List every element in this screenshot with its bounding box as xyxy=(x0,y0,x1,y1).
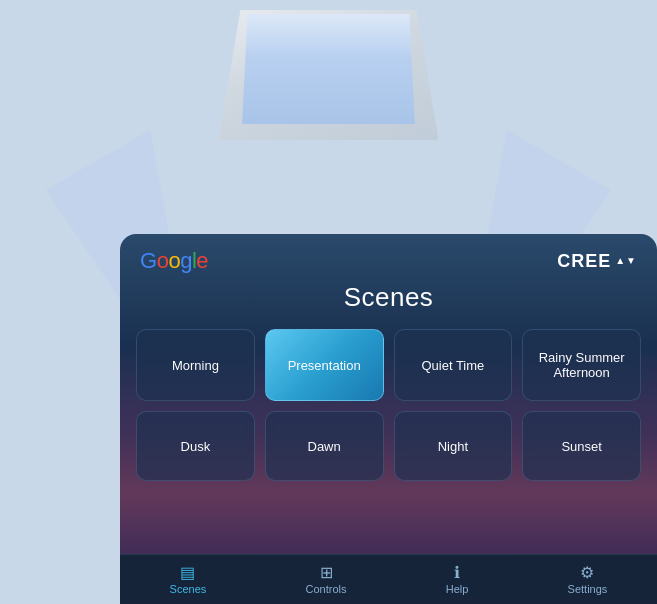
fixture-panel xyxy=(239,14,419,124)
nav-controls-label: Controls xyxy=(306,583,347,595)
scene-presentation[interactable]: Presentation xyxy=(265,329,384,401)
cree-label: CREE xyxy=(557,251,611,272)
nav-settings-label: Settings xyxy=(568,583,608,595)
scene-morning[interactable]: Morning xyxy=(136,329,255,401)
nav-settings[interactable]: ⚙ Settings xyxy=(568,565,608,595)
nav-controls[interactable]: ⊞ Controls xyxy=(306,565,347,595)
nav-scenes-label: Scenes xyxy=(170,583,207,595)
scene-quiet-time[interactable]: Quiet Time xyxy=(394,329,513,401)
scene-dawn[interactable]: Dawn xyxy=(265,411,384,481)
panel-header: Google CREE ▲▼ xyxy=(120,234,657,274)
nav-scenes[interactable]: ▤ Scenes xyxy=(170,565,207,595)
scenes-nav-icon: ▤ xyxy=(180,565,195,581)
scenes-grid: Morning Presentation Quiet Time Rainy Su… xyxy=(120,329,657,481)
main-panel: Google CREE ▲▼ Scenes Morning Presentati… xyxy=(120,234,657,604)
controls-nav-icon: ⊞ xyxy=(320,565,333,581)
bottom-nav: ▤ Scenes ⊞ Controls ℹ Help ⚙ Settings xyxy=(120,554,657,604)
scenes-title: Scenes xyxy=(120,274,657,329)
light-fixture xyxy=(169,0,489,220)
cree-logo: CREE ▲▼ xyxy=(557,251,637,272)
nav-help[interactable]: ℹ Help xyxy=(446,565,469,595)
scene-night[interactable]: Night xyxy=(394,411,513,481)
scene-sunset[interactable]: Sunset xyxy=(522,411,641,481)
scene-dusk[interactable]: Dusk xyxy=(136,411,255,481)
help-nav-icon: ℹ xyxy=(454,565,460,581)
cree-sort-icon: ▲▼ xyxy=(615,256,637,266)
nav-help-label: Help xyxy=(446,583,469,595)
scene-rainy-summer[interactable]: Rainy Summer Afternoon xyxy=(522,329,641,401)
google-logo: Google xyxy=(140,248,208,274)
fixture-body xyxy=(219,10,439,140)
settings-nav-icon: ⚙ xyxy=(580,565,594,581)
